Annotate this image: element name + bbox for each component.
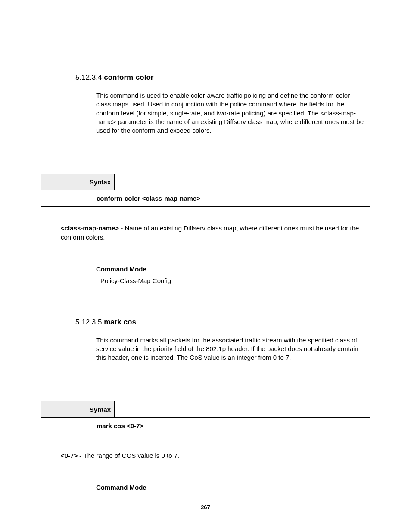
section-heading-mark-cos: 5.12.3.5 mark cos (75, 318, 370, 327)
document-page: 5.12.3.4 conform-color This command is u… (0, 0, 411, 491)
section-title: conform-color (104, 73, 153, 81)
section-heading-conform-color: 5.12.3.4 conform-color (75, 73, 370, 82)
syntax-empty-cell (115, 174, 370, 190)
command-mode-label: Command Mode (96, 484, 370, 491)
syntax-command: conform-color <class-map-name> (41, 190, 370, 207)
command-mode-block: Command Mode Policy-Class-Map Config (96, 265, 370, 284)
parameter-description: <class-map-name> - Name of an existing D… (61, 224, 361, 242)
parameter-description: <0-7> - The range of COS value is 0 to 7… (61, 451, 361, 460)
section-description: This command is used to enable color-awa… (96, 91, 366, 135)
syntax-table: Syntax mark cos <0-7> (41, 401, 370, 434)
syntax-empty-cell (115, 401, 370, 417)
page-number: 267 (0, 504, 411, 510)
syntax-label: Syntax (41, 174, 115, 190)
syntax-command: mark cos <0-7> (41, 417, 370, 434)
command-mode-label: Command Mode (96, 265, 370, 273)
section-number: 5.12.3.4 (75, 73, 102, 81)
section-title: mark cos (104, 318, 136, 326)
section-number: 5.12.3.5 (75, 318, 102, 326)
command-mode-value: Policy-Class-Map Config (100, 277, 171, 284)
parameter-name: <0-7> - (61, 452, 84, 459)
parameter-name: <class-map-name> - (61, 224, 125, 232)
command-mode-block: Command Mode (96, 484, 370, 491)
parameter-text: The range of COS value is 0 to 7. (84, 452, 180, 459)
syntax-table: Syntax conform-color <class-map-name> (41, 174, 370, 207)
syntax-label: Syntax (41, 401, 115, 417)
section-description: This command marks all packets for the a… (96, 336, 366, 362)
